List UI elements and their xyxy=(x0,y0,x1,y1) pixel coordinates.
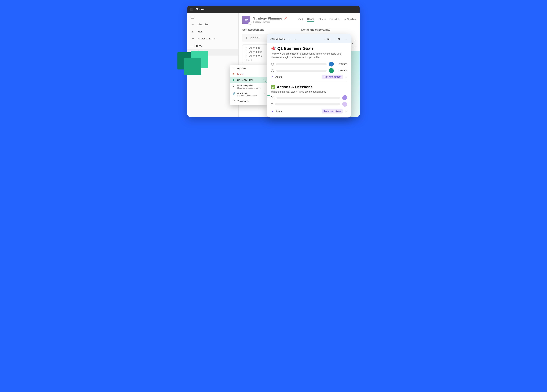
info-icon[interactable]: i xyxy=(248,22,251,25)
add-content-label: Add content: xyxy=(271,37,285,40)
menu-link-item[interactable]: 🔗 Link to itemLink related items togethe… xyxy=(230,91,267,98)
add-task-label: Add task xyxy=(250,36,260,39)
info-icon: ⓘ xyxy=(232,100,235,103)
plan-title: Strategy Planning xyxy=(253,16,282,20)
popup-toolbar: Add content: ＋ ⌄ ☑ (6) 🗎 ⋯ xyxy=(267,34,351,41)
plan-header: SP i Strategy Planning 📌 Strategy Planni… xyxy=(239,13,360,26)
sparkle-icon: ✦ xyxy=(271,75,274,79)
task-text: Define how s xyxy=(249,54,262,57)
plus-icon: ＋ xyxy=(245,36,248,40)
view-tabs: Grid Board Charts Schedule ◈Timeline xyxy=(298,18,356,22)
tab-grid[interactable]: Grid xyxy=(298,18,303,21)
link-icon: 🔗 xyxy=(232,92,235,95)
plan-avatar-initials: SP xyxy=(245,18,248,21)
sparkle-icon: ✦ xyxy=(271,110,274,113)
lock-document-icon[interactable]: 🗎 xyxy=(337,37,341,41)
hamburger-icon xyxy=(191,17,194,19)
target-emoji-icon: 🎯 xyxy=(271,46,276,51)
plan-subtitle: Strategy Planning xyxy=(253,21,287,23)
tab-timeline[interactable]: ◈Timeline xyxy=(344,18,356,22)
chevron-right-icon: › xyxy=(264,92,265,95)
avatar[interactable] xyxy=(342,102,347,107)
chevron-down-icon[interactable]: ⌄ xyxy=(345,110,347,113)
avatar[interactable] xyxy=(329,62,334,67)
pinned-header-label: Pinned xyxy=(194,44,202,47)
menu-make-collapsible[interactable]: ≣ Make collapsibleShow/hide related item… xyxy=(230,83,267,91)
cursor-pointer-icon: ✦↖ xyxy=(265,80,267,83)
app-title: Planner xyxy=(196,8,204,11)
text-placeholder xyxy=(276,97,340,99)
decision-fork-icon: ⑂ xyxy=(271,103,273,106)
check-emoji-icon: ✅ xyxy=(271,85,275,89)
menu-toggle-button[interactable] xyxy=(187,15,239,21)
chevron-down-icon[interactable]: ⌄ xyxy=(294,37,298,41)
status-circle-icon[interactable] xyxy=(245,51,247,53)
trash-icon: 🗑 xyxy=(232,73,235,75)
pin-icon[interactable]: 📌 xyxy=(284,17,287,20)
relevant-content-chip[interactable]: Relevant content xyxy=(322,75,343,79)
status-circle-icon[interactable] xyxy=(271,69,274,72)
duration-label: 10 mins xyxy=(336,63,347,65)
progress-text: 0 / 2 xyxy=(248,59,252,61)
more-options-icon[interactable]: ⋯ xyxy=(343,37,348,41)
add-content-button[interactable]: ＋ xyxy=(287,36,291,41)
action-item[interactable]: ⑂ xyxy=(271,102,347,107)
status-circle-icon[interactable] xyxy=(245,47,247,49)
new-plan-button[interactable]: ＋ New plan xyxy=(187,21,239,28)
agenda-item[interactable]: 30 mins xyxy=(271,68,347,73)
app-launcher-icon[interactable] xyxy=(190,8,192,11)
context-menu: ⧉ Duplicate 🗑 Delete ▮ Link to MS Planne… xyxy=(230,65,267,105)
plan-avatar: SP i xyxy=(242,16,250,24)
realtime-actions-chip[interactable]: Real-time actions xyxy=(322,109,343,114)
action-item[interactable]: ✓ xyxy=(271,95,347,100)
person-icon: ☺ xyxy=(191,37,194,40)
column-title: Self-assessment xyxy=(242,27,297,34)
collapse-icon: ≣ xyxy=(232,84,235,87)
status-circle-icon[interactable] xyxy=(271,63,274,66)
task-text: Define prima xyxy=(249,51,262,53)
section-description: What are the next steps? What are the ac… xyxy=(271,90,347,93)
checklist-count-button[interactable]: ☑ (6) xyxy=(323,37,331,41)
avatar[interactable] xyxy=(329,68,334,73)
titlebar: Planner xyxy=(187,6,360,13)
duplicate-icon: ⧉ xyxy=(232,67,235,70)
avatar[interactable] xyxy=(342,95,347,100)
hub-button[interactable]: ⌂ Hub xyxy=(187,28,239,35)
planner-icon: ▮ xyxy=(232,79,235,81)
pinned-section-header[interactable]: ⌄ Pinned xyxy=(187,42,239,49)
content-popup: Add content: ＋ ⌄ ☑ (6) 🗎 ⋯ 🎯 Q1 Business… xyxy=(267,34,351,117)
menu-duplicate[interactable]: ⧉ Duplicate xyxy=(230,66,267,71)
checklist-icon: ☑ xyxy=(324,37,326,41)
section-title: Actions & Decisions xyxy=(277,85,313,89)
column-title: Define the opportunity xyxy=(301,27,356,34)
tab-schedule[interactable]: Schedule xyxy=(330,18,340,21)
chevron-down-icon: ⌄ xyxy=(190,44,192,47)
assigned-label: Assigned to me xyxy=(198,37,216,40)
menu-link-planner[interactable]: ▮ Link to MS Planner xyxy=(230,77,267,83)
hub-label: Hub xyxy=(198,30,203,33)
menu-delete[interactable]: 🗑 Delete xyxy=(230,71,267,77)
popup-title: Q1 Business Goals xyxy=(277,46,314,51)
tab-board[interactable]: Board xyxy=(307,18,314,22)
agenda-item[interactable]: 10 mins xyxy=(271,62,347,67)
checklist-count: (6) xyxy=(327,37,330,41)
status-circle-icon[interactable] xyxy=(245,54,247,57)
checklist-progress-icon xyxy=(245,59,247,61)
diamond-icon: ◈ xyxy=(344,18,346,21)
text-placeholder xyxy=(276,70,327,72)
new-plan-label: New plan xyxy=(198,23,209,26)
task-text: Define busi xyxy=(249,47,260,49)
drag-handle-icon[interactable] xyxy=(267,95,270,97)
menu-view-details[interactable]: ⓘ View details xyxy=(230,98,267,104)
iadam-label: iAdam xyxy=(275,110,282,113)
plus-icon: ＋ xyxy=(191,23,194,26)
ms-planner-logo xyxy=(177,51,212,85)
assigned-to-me-button[interactable]: ☺ Assigned to me xyxy=(187,35,239,42)
tab-charts[interactable]: Charts xyxy=(318,18,326,21)
popup-description: To review the organization's performance… xyxy=(271,52,347,59)
chevron-down-icon[interactable]: ⌄ xyxy=(345,75,347,78)
text-placeholder xyxy=(275,103,340,105)
checkbox-icon[interactable]: ✓ xyxy=(271,96,274,99)
home-icon: ⌂ xyxy=(191,30,194,33)
duration-label: 30 mins xyxy=(336,69,347,72)
